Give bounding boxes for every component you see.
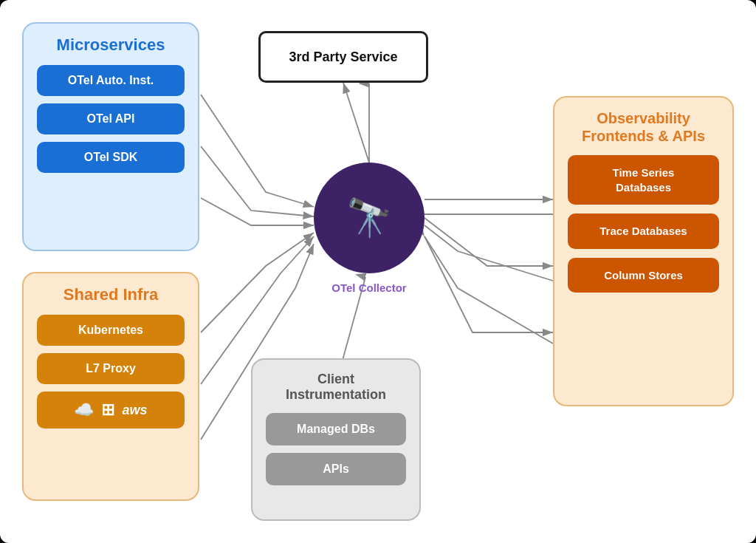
observability-box: Observability Frontends & APIs Time Seri…: [553, 96, 734, 406]
client-instrumentation-title: Client Instrumentation: [266, 372, 406, 403]
shared-infra-box: Shared Infra Kubernetes L7 Proxy ☁️ ⊞ aw…: [22, 272, 199, 501]
kubernetes-button[interactable]: Kubernetes: [37, 315, 185, 346]
aws-label: aws: [122, 403, 147, 418]
trace-databases-button[interactable]: Trace Databases: [568, 214, 719, 249]
third-party-box: 3rd Party Service: [258, 31, 428, 83]
shared-infra-title: Shared Infra: [37, 285, 185, 304]
observability-title: Observability Frontends & APIs: [568, 109, 719, 145]
apis-button[interactable]: APIs: [266, 453, 406, 485]
third-party-label: 3rd Party Service: [289, 49, 397, 65]
managed-dbs-button[interactable]: Managed DBs: [266, 413, 406, 445]
l7-proxy-button[interactable]: L7 Proxy: [37, 353, 185, 384]
otel-collector-circle: 🔭 OTel Collector: [314, 163, 425, 273]
diagram-container: Microservices OTel Auto. Inst. OTel API …: [0, 0, 756, 543]
column-stores-button[interactable]: Column Stores: [568, 258, 719, 293]
otel-sdk-button[interactable]: OTel SDK: [37, 142, 185, 173]
otel-auto-inst-button[interactable]: OTel Auto. Inst.: [37, 65, 185, 96]
azure-icon: ⊞: [101, 400, 114, 420]
otel-api-button[interactable]: OTel API: [37, 103, 185, 134]
client-instrumentation-box: Client Instrumentation Managed DBs APIs: [251, 358, 421, 521]
time-series-db-button[interactable]: Time SeriesDatabases: [568, 155, 719, 205]
cloud-providers-button[interactable]: ☁️ ⊞ aws: [37, 392, 185, 428]
microservices-title: Microservices: [37, 35, 185, 55]
gcp-icon: ☁️: [74, 400, 94, 420]
cloud-icons: ☁️ ⊞ aws: [44, 400, 177, 420]
microservices-box: Microservices OTel Auto. Inst. OTel API …: [22, 22, 199, 251]
collector-label: OTel Collector: [310, 281, 428, 294]
telescope-icon: 🔭: [346, 197, 392, 239]
